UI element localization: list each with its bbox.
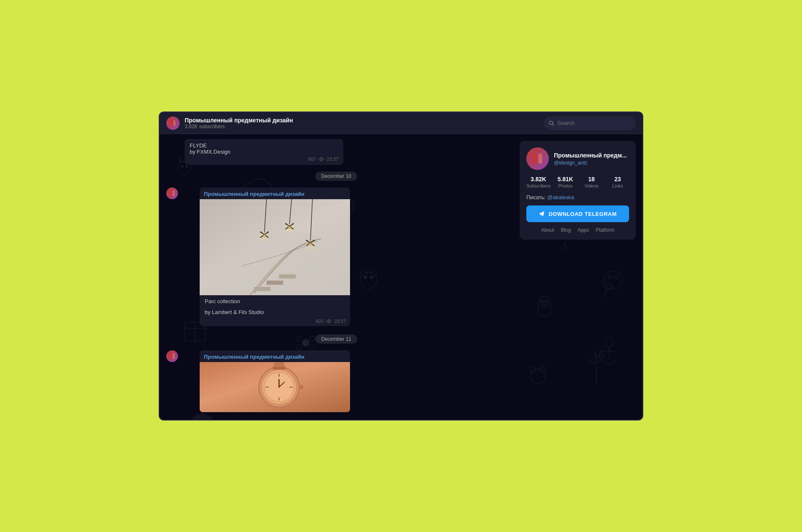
stat-links: 23 Links xyxy=(606,176,629,188)
search-input[interactable] xyxy=(558,120,631,126)
stat-lbl-2: Videos xyxy=(580,183,603,188)
message-card-2[interactable]: Промышленный предметный дизайн xyxy=(200,350,350,412)
write-link[interactable]: @akaleska xyxy=(547,194,574,200)
msg2-header: Промышленный предметный дизайн xyxy=(200,350,350,362)
msg1-views: 820 xyxy=(316,319,323,324)
stat-lbl-0: Subscribers xyxy=(526,183,551,188)
chat-area: FLYDE by FXMX.Design 867 23:37 December … xyxy=(160,134,513,420)
eye-icon-1 xyxy=(326,319,332,323)
svg-line-3 xyxy=(553,124,554,125)
date-separator-2: December 11 xyxy=(315,334,357,344)
msg1-footer: 820 23:37 xyxy=(200,317,350,326)
svg-point-80 xyxy=(546,304,549,307)
profile-footer-links: About Blog Apps Platform xyxy=(526,227,629,233)
link-blog[interactable]: Blog xyxy=(561,227,571,233)
watch-illustration xyxy=(200,362,350,412)
msg1-header: Промышленный предметный дизайн xyxy=(200,187,350,199)
titlebar-avatar xyxy=(166,117,180,130)
stat-subscribers: 3.82K Subscribers xyxy=(526,176,551,188)
svg-rect-61 xyxy=(173,353,175,359)
svg-point-79 xyxy=(541,304,545,307)
lamp-image xyxy=(200,199,350,295)
msg1-subtitle: by Lambert & Fils Studio xyxy=(200,306,350,317)
stat-val-2: 18 xyxy=(580,176,603,182)
msg1-title: Parc collection xyxy=(200,295,350,306)
partial-time: 23:37 xyxy=(327,157,338,162)
stat-lbl-1: Photos xyxy=(554,183,577,188)
main-content: FLYDE by FXMX.Design 867 23:37 December … xyxy=(160,134,642,420)
svg-rect-77 xyxy=(538,301,551,316)
msg-avatar-2 xyxy=(166,350,178,362)
stat-videos: 18 Videos xyxy=(580,176,603,188)
msg2-channel: Промышленный предметный дизайн xyxy=(204,354,305,360)
link-about[interactable]: About xyxy=(541,227,554,233)
svg-point-37 xyxy=(320,158,322,160)
profile-panel: Промышленный предм... @idesign_ardz 3.82… xyxy=(513,134,642,420)
partial-title: FLYDE xyxy=(190,142,338,149)
partial-views: 867 xyxy=(308,157,316,162)
profile-avatar xyxy=(526,147,549,170)
stat-val-0: 3.82K xyxy=(526,176,551,182)
eye-icon xyxy=(318,157,324,161)
profile-handle: @idesign_ardz xyxy=(554,160,627,166)
svg-rect-58 xyxy=(279,274,296,279)
stat-val-3: 23 xyxy=(606,176,629,182)
svg-point-81 xyxy=(604,271,622,289)
svg-rect-74 xyxy=(299,385,303,389)
download-btn-label: DOWNLOAD TELEGRAM xyxy=(548,211,617,217)
profile-write: Писать: @akaleska xyxy=(526,194,629,200)
message-row-2: Промышленный предметный дизайн xyxy=(166,350,506,412)
profile-top: Промышленный предм... @idesign_ardz xyxy=(526,147,629,170)
msg1-channel: Промышленный предметный дизайн xyxy=(204,191,305,197)
message-row-1: Промышленный предметный дизайн xyxy=(166,187,506,326)
titlebar: Промышленный предметный дизайн 3.82K sub… xyxy=(160,112,642,134)
svg-rect-57 xyxy=(266,281,283,285)
svg-rect-99 xyxy=(538,154,542,164)
stat-lbl-3: Links xyxy=(606,183,629,188)
svg-point-88 xyxy=(530,369,546,384)
svg-rect-1 xyxy=(173,120,175,126)
link-platform[interactable]: Platform xyxy=(596,227,614,233)
download-telegram-button[interactable]: DOWNLOAD TELEGRAM xyxy=(526,205,629,222)
stat-photos: 5.81K Photos xyxy=(554,176,577,188)
msg1-time: 23:37 xyxy=(334,319,346,324)
svg-point-54 xyxy=(284,223,294,233)
svg-rect-56 xyxy=(254,287,271,291)
app-window: Промышленный предметный дизайн 3.82K sub… xyxy=(159,111,643,421)
watch-image xyxy=(200,362,350,412)
msg-avatar-1 xyxy=(166,187,178,199)
link-apps[interactable]: Apps xyxy=(578,227,589,233)
titlebar-subscribers: 3.82K subscribers xyxy=(185,124,539,129)
partial-subtitle: by FXMX.Design xyxy=(190,149,338,155)
svg-point-55 xyxy=(305,240,315,250)
svg-rect-98 xyxy=(533,154,537,164)
svg-rect-73 xyxy=(274,362,284,367)
write-label: Писать: xyxy=(526,194,546,200)
svg-rect-38 xyxy=(170,190,172,196)
svg-rect-0 xyxy=(170,120,173,126)
telegram-icon xyxy=(538,211,545,217)
stat-val-1: 5.81K xyxy=(554,176,577,182)
svg-point-84 xyxy=(614,275,618,279)
titlebar-channel-name: Промышленный предметный дизайн xyxy=(185,117,539,124)
svg-point-53 xyxy=(259,232,269,242)
profile-stats: 3.82K Subscribers 5.81K Photos 18 Videos… xyxy=(526,176,629,188)
lamp-illustration xyxy=(200,199,350,295)
titlebar-info: Промышленный предметный дизайн 3.82K sub… xyxy=(185,117,539,129)
partial-message: FLYDE by FXMX.Design 867 23:37 xyxy=(185,139,343,165)
search-bar[interactable] xyxy=(544,117,636,130)
profile-name: Промышленный предм... xyxy=(554,152,627,159)
profile-text-info: Промышленный предм... @idesign_ardz xyxy=(554,152,627,166)
date-separator-1: December 10 xyxy=(315,172,357,181)
svg-point-83 xyxy=(609,275,612,279)
svg-rect-60 xyxy=(170,353,172,359)
svg-rect-39 xyxy=(173,190,175,196)
search-icon xyxy=(549,120,554,126)
svg-point-59 xyxy=(328,320,330,322)
svg-point-85 xyxy=(605,339,613,347)
message-card-1[interactable]: Промышленный предметный дизайн xyxy=(200,187,350,326)
partial-footer: 867 23:37 xyxy=(190,155,338,162)
profile-card: Промышленный предм... @idesign_ardz 3.82… xyxy=(520,141,636,240)
chat-scroll: FLYDE by FXMX.Design 867 23:37 December … xyxy=(160,134,513,417)
svg-point-82 xyxy=(604,284,612,289)
